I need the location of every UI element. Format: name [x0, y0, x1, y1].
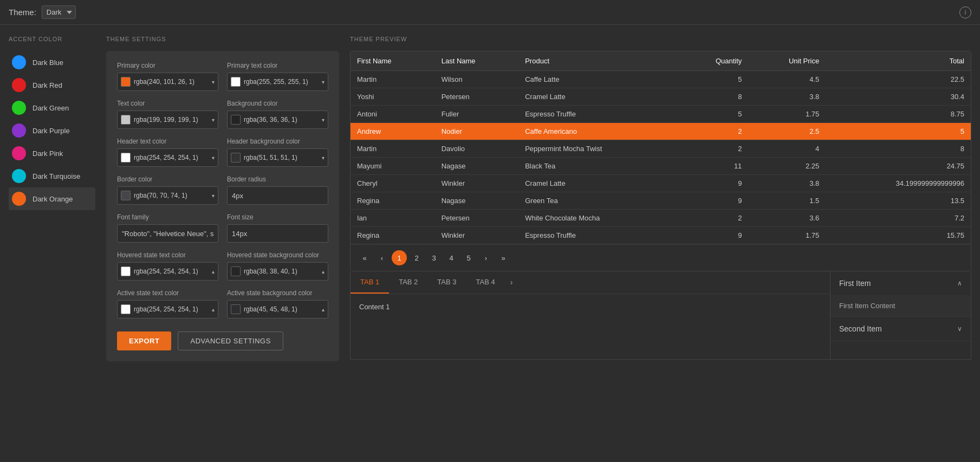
- cell-qty: 5: [679, 71, 749, 88]
- accent-item-dark-red[interactable]: Dark Red: [9, 74, 95, 96]
- page-last-button[interactable]: »: [496, 250, 511, 265]
- accent-circle-dark-green: [12, 101, 26, 115]
- col-first-name: First Name: [351, 51, 435, 71]
- hovered-text-color-dropdown[interactable]: ▴: [212, 269, 215, 275]
- accordion-second-item: Second Item ∨: [830, 317, 971, 341]
- background-color-dropdown[interactable]: ▾: [322, 117, 324, 123]
- page-prev-button[interactable]: ‹: [374, 250, 390, 265]
- cell-last: Davolio: [435, 140, 518, 158]
- table-row: IanPetersenWhite Chocolate Mocha23.67.2: [351, 210, 971, 227]
- accordion-second-item-title: Second Item: [839, 324, 882, 333]
- table-row: MartinWilsonCaffe Latte54.522.5: [351, 71, 971, 88]
- cell-qty: 11: [679, 158, 749, 175]
- page-1-button[interactable]: 1: [392, 250, 407, 265]
- cell-first: Yoshi: [351, 88, 435, 106]
- accent-item-dark-pink[interactable]: Dark Pink: [9, 142, 95, 165]
- cell-product: Peppermint Mocha Twist: [518, 140, 678, 158]
- buttons-row: EXPORT ADVANCED SETTINGS: [117, 331, 328, 350]
- cell-first: Andrew: [351, 123, 435, 140]
- header-background-color-dropdown[interactable]: ▾: [322, 155, 324, 161]
- tab-4[interactable]: TAB 4: [466, 271, 505, 294]
- header-text-color-input[interactable]: rgba(254, 254, 254, 1) ▾: [117, 148, 218, 167]
- hovered-text-color-input[interactable]: rgba(254, 254, 254, 1) ▴: [117, 262, 218, 281]
- hovered-bg-color-input[interactable]: rgba(38, 38, 40, 1) ▴: [227, 262, 328, 281]
- background-color-swatch: [231, 115, 241, 125]
- accordion-first-item-header[interactable]: First Item ∧: [830, 271, 971, 295]
- cell-price: 4.5: [748, 71, 826, 88]
- tab-more[interactable]: ›: [505, 271, 518, 294]
- active-bg-color-dropdown[interactable]: ▴: [322, 307, 324, 313]
- hovered-bg-color-label: Hovered state background color: [227, 251, 328, 259]
- tab-3[interactable]: TAB 3: [427, 271, 466, 294]
- theme-select[interactable]: Dark Light: [42, 5, 76, 19]
- accent-item-dark-green[interactable]: Dark Green: [9, 96, 95, 119]
- cell-product: White Chocolate Mocha: [518, 210, 678, 227]
- header-text-color-dropdown[interactable]: ▾: [212, 155, 215, 161]
- page-next-button[interactable]: ›: [478, 250, 494, 265]
- accent-item-dark-turquoise[interactable]: Dark Turquoise: [9, 165, 95, 187]
- primary-color-dropdown[interactable]: ▾: [212, 79, 215, 85]
- page-first-button[interactable]: «: [357, 250, 372, 265]
- border-color-label: Border color: [117, 175, 218, 183]
- background-color-value: rgba(36, 36, 36, 1): [244, 116, 319, 123]
- primary-color-input[interactable]: rgba(240, 101, 26, 1) ▾: [117, 73, 218, 91]
- cell-price: 1.75: [748, 227, 826, 244]
- page-4-button[interactable]: 4: [444, 250, 459, 265]
- tab-2[interactable]: TAB 2: [389, 271, 427, 294]
- hovered-text-color-label: Hovered state text color: [117, 251, 218, 259]
- text-color-dropdown[interactable]: ▾: [212, 117, 215, 123]
- font-family-label: Font family: [117, 213, 218, 221]
- text-color-input[interactable]: rgba(199, 199, 199, 1) ▾: [117, 110, 218, 129]
- accent-circle-dark-blue: [12, 55, 26, 69]
- export-button[interactable]: EXPORT: [117, 331, 171, 350]
- tab-1[interactable]: TAB 1: [351, 271, 389, 294]
- cell-qty: 9: [679, 192, 749, 210]
- cell-qty: 2: [679, 123, 749, 140]
- tabs-section: TAB 1 TAB 2 TAB 3 TAB 4 › Content 1: [350, 271, 830, 360]
- font-size-input[interactable]: [227, 224, 328, 243]
- active-text-color-dropdown[interactable]: ▴: [212, 307, 215, 313]
- hovered-bg-color-dropdown[interactable]: ▴: [322, 269, 324, 275]
- main-layout: ACCENT COLOR Dark Blue Dark Red Dark Gre…: [0, 25, 980, 372]
- header-background-color-input[interactable]: rgba(51, 51, 51, 1) ▾: [227, 148, 328, 167]
- pagination-row: « ‹ 1 2 3 4 5 › »: [351, 244, 971, 271]
- accordion-first-item-body: First Item Content: [830, 295, 971, 316]
- active-bg-color-label: Active state background color: [227, 289, 328, 297]
- background-color-label: Background color: [227, 100, 328, 107]
- font-family-input[interactable]: [117, 224, 218, 243]
- cell-product: Cramel Latte: [518, 175, 678, 192]
- cell-first: Martin: [351, 140, 435, 158]
- active-bg-color-input[interactable]: rgba(45, 45, 48, 1) ▴: [227, 300, 328, 318]
- table-row: CherylWinklerCramel Latte93.834.19999999…: [351, 175, 971, 192]
- border-color-dropdown[interactable]: ▾: [212, 193, 215, 199]
- cell-last: Nagase: [435, 158, 518, 175]
- accent-circle-dark-pink: [12, 146, 26, 160]
- page-5-button[interactable]: 5: [461, 250, 476, 265]
- table-row: YoshiPetersenCramel Latte83.830.4: [351, 88, 971, 106]
- primary-text-color-input[interactable]: rgba(255, 255, 255, 1) ▾: [227, 73, 328, 91]
- background-color-input[interactable]: rgba(36, 36, 36, 1) ▾: [227, 110, 328, 129]
- cell-total: 24.75: [826, 158, 971, 175]
- active-text-color-input[interactable]: rgba(254, 254, 254, 1) ▴: [117, 300, 218, 318]
- accent-item-dark-blue[interactable]: Dark Blue: [9, 51, 95, 74]
- page-2-button[interactable]: 2: [409, 250, 424, 265]
- accent-item-dark-purple[interactable]: Dark Purple: [9, 119, 95, 142]
- background-color-field: Background color rgba(36, 36, 36, 1) ▾: [227, 100, 328, 129]
- tab-content: Content 1: [351, 294, 830, 359]
- primary-text-color-dropdown[interactable]: ▾: [322, 79, 324, 85]
- cell-product: Caffe Americano: [518, 123, 678, 140]
- info-icon[interactable]: i: [959, 6, 971, 18]
- theme-label: Theme:: [9, 8, 36, 17]
- cell-first: Antoni: [351, 106, 435, 123]
- border-radius-input[interactable]: [227, 186, 328, 205]
- border-color-input[interactable]: rgba(70, 70, 74, 1) ▾: [117, 186, 218, 205]
- accent-name-dark-orange: Dark Orange: [33, 195, 73, 203]
- advanced-settings-button[interactable]: ADVANCED SETTINGS: [178, 331, 283, 350]
- header-background-color-label: Header background color: [227, 138, 328, 145]
- accent-item-dark-orange[interactable]: Dark Orange: [9, 187, 95, 210]
- page-3-button[interactable]: 3: [426, 250, 442, 265]
- cell-total: 34.199999999999996: [826, 175, 971, 192]
- accordion-second-item-header[interactable]: Second Item ∨: [830, 317, 971, 341]
- cell-price: 2.5: [748, 123, 826, 140]
- col-unit-price: Unit Price: [748, 51, 826, 71]
